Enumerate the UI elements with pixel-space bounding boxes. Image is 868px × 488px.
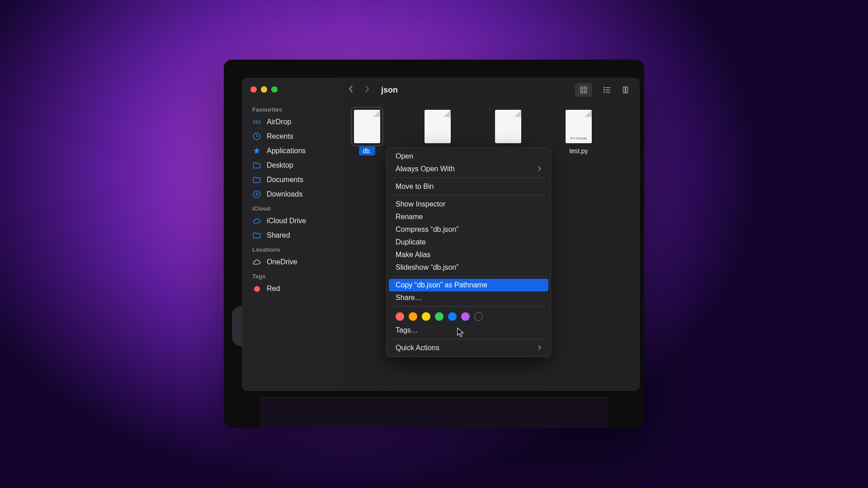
sidebar-item-downloads[interactable]: Downloads — [242, 187, 338, 202]
svg-point-11 — [604, 89, 605, 90]
menu-tags[interactable]: Tags… — [387, 324, 551, 337]
download-icon — [252, 190, 261, 199]
file-item[interactable] — [413, 110, 462, 148]
menu-move-to-bin[interactable]: Move to Bin — [387, 180, 551, 193]
menu-separator — [392, 178, 545, 178]
folder-icon — [252, 175, 261, 184]
svg-rect-13 — [623, 87, 625, 93]
cloud-icon — [252, 216, 261, 225]
sidebar-item-label: Red — [267, 285, 280, 293]
folder-title: json — [381, 85, 398, 95]
sidebar-item-recents[interactable]: Recents — [242, 129, 338, 144]
sidebar-item-label: Downloads — [267, 190, 302, 198]
sidebar-item-icloud-drive[interactable]: iCloud Drive — [242, 214, 338, 228]
sidebar-item-onedrive[interactable]: OneDrive — [242, 255, 338, 269]
menu-make-alias[interactable]: Make Alias — [387, 249, 551, 261]
file-icon — [354, 110, 380, 143]
menu-open[interactable]: Open — [387, 150, 551, 163]
menu-rename[interactable]: Rename — [387, 211, 551, 223]
file-icon — [425, 110, 451, 143]
menu-compress[interactable]: Compress “db.json” — [387, 223, 551, 236]
sidebar-item-desktop[interactable]: Desktop — [242, 158, 338, 173]
svg-rect-4 — [585, 87, 587, 89]
maximize-button[interactable] — [271, 86, 278, 93]
svg-rect-5 — [580, 91, 583, 93]
menu-share[interactable]: Share… — [387, 291, 551, 304]
tag-color-yellow[interactable] — [422, 312, 430, 321]
tag-color-green[interactable] — [435, 312, 443, 321]
svg-rect-14 — [626, 87, 627, 93]
tag-color-purple[interactable] — [461, 312, 470, 321]
menu-tag-colors — [387, 309, 551, 324]
sidebar-item-label: Applications — [267, 147, 306, 155]
menu-separator — [392, 276, 545, 277]
tag-color-red[interactable] — [396, 312, 404, 321]
menu-separator — [392, 339, 545, 339]
minimize-button[interactable] — [261, 86, 267, 93]
sidebar-item-label: Documents — [267, 176, 303, 184]
finder-toolbar: json — [338, 78, 639, 102]
nav-forward-button[interactable] — [362, 85, 372, 95]
file-icon — [495, 110, 521, 143]
folder-icon — [252, 231, 261, 240]
chevron-right-icon — [538, 344, 542, 352]
nav-back-button[interactable] — [346, 85, 356, 95]
file-icon: PYTHON — [566, 110, 592, 143]
sidebar-item-documents[interactable]: Documents — [242, 173, 338, 187]
sidebar-item-label: Desktop — [267, 161, 293, 169]
sidebar-header-favourites: Favourites — [242, 103, 338, 115]
dock-background — [260, 397, 608, 428]
tag-color-none[interactable] — [474, 312, 483, 321]
clock-icon — [252, 132, 261, 141]
view-icon-button[interactable] — [575, 83, 592, 97]
menu-duplicate[interactable]: Duplicate — [387, 236, 551, 249]
sidebar-item-airdrop[interactable]: AirDrop — [242, 115, 338, 129]
file-label: test.py — [566, 146, 591, 155]
mouse-cursor — [457, 328, 464, 338]
tag-color-blue[interactable] — [448, 312, 457, 321]
sidebar-item-label: Recents — [267, 132, 293, 141]
file-item-test-py[interactable]: PYTHON test.py — [554, 110, 604, 155]
chevron-right-icon — [538, 165, 542, 173]
tag-color-orange[interactable] — [409, 312, 417, 321]
svg-point-0 — [256, 121, 258, 123]
airdrop-icon — [252, 117, 261, 127]
sidebar-item-label: iCloud Drive — [267, 217, 306, 225]
sidebar-item-label: OneDrive — [267, 258, 297, 266]
sidebar-item-shared[interactable]: Shared — [242, 228, 338, 243]
sidebar-header-tags: Tags — [242, 269, 338, 282]
finder-sidebar: Favourites AirDrop Recents Applications — [242, 78, 338, 390]
menu-quick-actions[interactable]: Quick Actions — [387, 342, 551, 354]
menu-show-inspector[interactable]: Show Inspector — [387, 198, 551, 211]
sidebar-header-icloud: iCloud — [242, 202, 338, 214]
close-button[interactable] — [250, 86, 257, 93]
view-list-button[interactable] — [599, 83, 616, 97]
window-controls — [242, 84, 338, 103]
svg-point-10 — [604, 87, 605, 88]
file-label: db. — [359, 146, 375, 155]
menu-separator — [392, 195, 545, 196]
file-item-db-json[interactable]: db. — [342, 110, 392, 155]
svg-point-12 — [604, 92, 605, 93]
sidebar-item-applications[interactable]: Applications — [242, 144, 338, 158]
view-column-button[interactable] — [622, 83, 631, 97]
context-menu: Open Always Open With Move to Bin Show I… — [386, 147, 551, 357]
sidebar-tag-red[interactable]: Red — [242, 282, 338, 296]
menu-copy-as-pathname[interactable]: Copy “db.json” as Pathname — [389, 279, 548, 291]
cloud-icon — [252, 258, 261, 267]
sidebar-item-label: Shared — [267, 231, 290, 239]
file-type-badge: PYTHON — [566, 136, 592, 141]
tag-dot-icon — [252, 284, 261, 293]
svg-rect-3 — [580, 87, 583, 89]
menu-slideshow[interactable]: Slideshow “db.json” — [387, 261, 551, 274]
sidebar-header-locations: Locations — [242, 243, 338, 255]
applications-icon — [252, 146, 261, 155]
svg-rect-6 — [585, 91, 587, 93]
sidebar-item-label: AirDrop — [267, 118, 291, 126]
folder-icon — [252, 161, 261, 170]
menu-always-open-with[interactable]: Always Open With — [387, 163, 551, 175]
menu-separator — [392, 306, 545, 307]
